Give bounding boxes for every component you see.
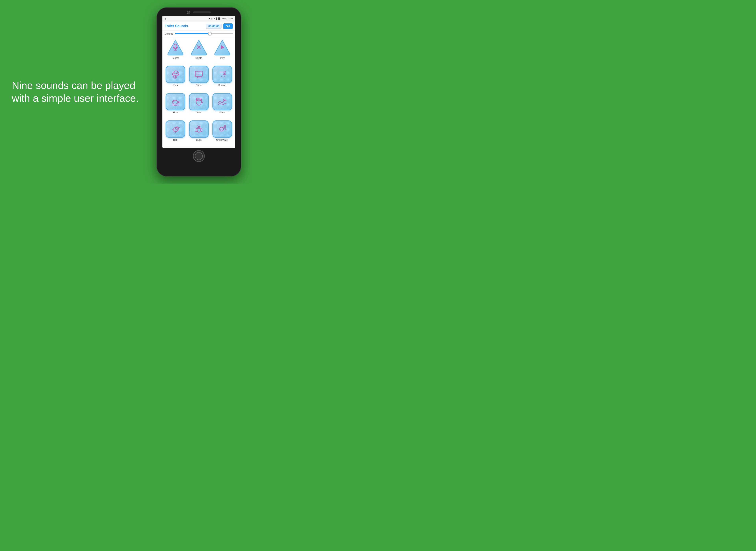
sound-item-noise: Noise <box>188 66 210 91</box>
svg-point-46 <box>226 129 226 130</box>
toilet-icon <box>194 97 204 107</box>
underwater-button[interactable] <box>213 120 232 138</box>
phone-body: ▦ ✱ ◎ ▲ ▋▋▋ 48% ▮ 13:58 Toilet Sounds 00… <box>156 7 241 176</box>
wave-icon <box>217 97 228 107</box>
timer-display: 00:00:00 <box>206 24 222 29</box>
svg-line-8 <box>176 76 177 78</box>
sound-item-rain: Rain <box>164 66 186 91</box>
shower-button[interactable] <box>213 66 232 83</box>
battery-level: 48% <box>222 18 226 20</box>
app-title: Toilet Sounds <box>165 24 205 28</box>
status-left: ▦ <box>164 17 166 20</box>
set-button[interactable]: Set <box>223 23 233 29</box>
record-button[interactable] <box>165 39 185 56</box>
svg-line-41 <box>200 125 200 126</box>
phone-top <box>156 7 241 14</box>
underwater-label: Underwater <box>216 138 229 141</box>
river-icon <box>170 97 180 107</box>
app-header: Toilet Sounds 00:00:00 Set <box>162 21 235 31</box>
delete-label: Delete <box>196 57 203 59</box>
rain-label: Rain <box>173 84 178 87</box>
sound-item-river: River <box>164 93 186 119</box>
svg-point-31 <box>177 127 178 128</box>
clock: 13:58 <box>229 18 233 20</box>
svg-point-25 <box>173 101 174 102</box>
sound-item-record: Record <box>164 39 186 64</box>
play-button[interactable] <box>213 39 232 56</box>
status-bar: ▦ ✱ ◎ ▲ ▋▋▋ 48% ▮ 13:58 <box>162 16 235 21</box>
sound-item-delete: Delete <box>188 39 210 64</box>
rain-icon <box>170 69 180 79</box>
mic-icon <box>171 43 180 52</box>
status-right: ✱ ◎ ▲ ▋▋▋ 48% ▮ 13:58 <box>209 18 233 20</box>
play-icon <box>218 43 227 52</box>
sound-item-underwater: Underwater <box>212 120 233 146</box>
svg-point-24 <box>172 100 178 104</box>
bird-button[interactable] <box>165 120 185 138</box>
svg-point-44 <box>224 125 226 127</box>
underwater-icon <box>217 124 228 134</box>
sounds-grid: Record <box>162 37 235 148</box>
sound-item-toilet: Toilet <box>188 93 210 119</box>
play-label: Play <box>220 57 225 59</box>
svg-point-21 <box>221 76 222 77</box>
svg-marker-5 <box>221 45 225 49</box>
bugs-icon <box>194 124 204 134</box>
svg-point-30 <box>175 127 178 130</box>
svg-point-0 <box>174 44 177 48</box>
monitor-icon <box>194 69 204 79</box>
bugs-label: Bugs <box>196 138 202 141</box>
svg-point-45 <box>225 127 226 128</box>
home-button[interactable] <box>193 150 205 162</box>
wifi-icon: ▲ <box>214 18 216 20</box>
svg-line-37 <box>201 128 203 129</box>
bluetooth-icon: ✱ <box>209 18 210 20</box>
wave-button[interactable] <box>213 93 232 110</box>
svg-point-47 <box>220 127 222 129</box>
bird-icon <box>170 124 180 134</box>
speaker-icon <box>193 11 211 13</box>
hero-heading: Nine sounds can be played with a simple … <box>12 79 142 105</box>
rain-button[interactable] <box>165 66 185 83</box>
phone-mockup: ▦ ✱ ◎ ▲ ▋▋▋ 48% ▮ 13:58 Toilet Sounds 00… <box>149 3 252 180</box>
location-icon: ◎ <box>211 18 213 20</box>
svg-line-6 <box>173 76 174 78</box>
volume-thumb[interactable] <box>208 32 212 35</box>
river-label: River <box>173 111 178 114</box>
menu-icon: ▦ <box>164 17 166 20</box>
river-button[interactable] <box>165 93 185 110</box>
svg-line-36 <box>195 131 197 132</box>
x-icon <box>195 43 203 52</box>
record-label: Record <box>171 57 179 59</box>
camera-icon <box>187 11 190 14</box>
battery-icon: ▮ <box>227 18 228 20</box>
noise-button[interactable] <box>189 66 209 83</box>
svg-point-22 <box>224 76 225 77</box>
sound-item-bird: Bird <box>164 120 186 146</box>
wave-label: Wave <box>219 111 225 114</box>
svg-line-34 <box>195 128 197 129</box>
bird-label: Bird <box>173 138 177 141</box>
toilet-button[interactable] <box>189 93 209 110</box>
phone-screen: ▦ ✱ ◎ ▲ ▋▋▋ 48% ▮ 13:58 Toilet Sounds 00… <box>162 16 235 148</box>
hero-text-block: Nine sounds can be played with a simple … <box>0 67 149 116</box>
svg-line-39 <box>201 131 203 132</box>
shower-icon <box>217 69 228 79</box>
bugs-button[interactable] <box>189 120 209 138</box>
signal-icon: ▋▋▋ <box>216 18 221 20</box>
toilet-label: Toilet <box>196 111 202 114</box>
sound-item-bugs: Bugs <box>188 120 210 146</box>
svg-point-20 <box>223 76 224 76</box>
sound-item-wave: Wave <box>212 93 233 119</box>
home-button-inner <box>195 152 203 160</box>
noise-label: Noise <box>196 84 202 87</box>
sound-item-shower: Shower <box>212 66 233 91</box>
delete-button[interactable] <box>189 39 209 56</box>
volume-slider[interactable] <box>175 33 233 34</box>
volume-row: Volume <box>162 31 235 37</box>
sound-item-play: Play <box>212 39 233 64</box>
volume-label: Volume <box>165 32 173 35</box>
svg-line-40 <box>198 125 198 126</box>
shower-label: Shower <box>218 84 227 87</box>
svg-point-28 <box>224 99 225 100</box>
